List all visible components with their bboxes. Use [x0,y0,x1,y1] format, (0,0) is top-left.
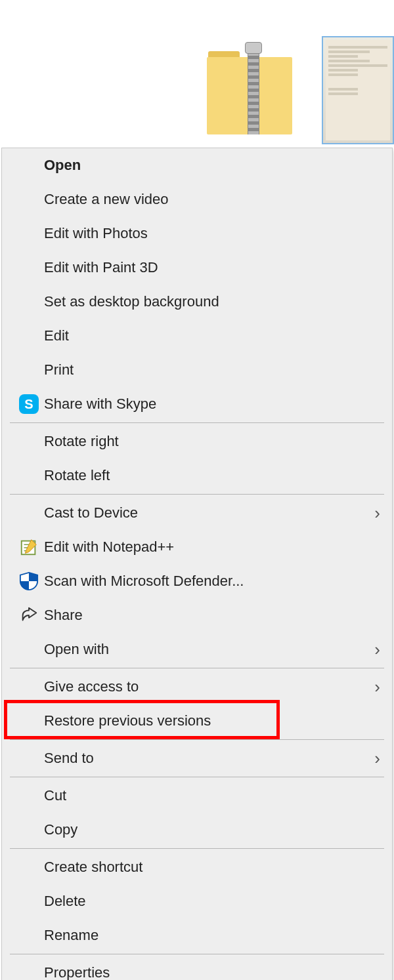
skype-icon: S [14,394,44,414]
menu-item-scan-with-microsoft-defender[interactable]: Scan with Microsoft Defender... [2,564,392,598]
menu-item-set-as-desktop-background[interactable]: Set as desktop background [2,285,392,319]
menu-item-copy[interactable]: Copy [2,813,392,847]
menu-separator [10,494,384,495]
menu-item-label: Edit [44,327,361,344]
menu-item-label: Open with [44,641,361,658]
menu-item-label: Create a new video [44,191,361,208]
submenu-arrow-icon: › [361,748,380,769]
menu-item-label: Create shortcut [44,859,361,876]
menu-separator [10,422,384,423]
selected-image-thumbnail[interactable] [322,36,394,144]
menu-item-open[interactable]: Open [2,148,392,182]
menu-item-label: Edit with Photos [44,225,361,242]
menu-item-label: Rotate right [44,433,361,450]
share-icon [14,605,44,625]
menu-item-edit[interactable]: Edit [2,319,392,353]
menu-item-label: Open [44,157,361,174]
menu-item-label: Edit with Paint 3D [44,259,361,276]
menu-item-label: Scan with Microsoft Defender... [44,573,361,590]
menu-item-edit-with-notepad[interactable]: Edit with Notepad++ [2,530,392,564]
menu-separator [10,954,384,954]
menu-item-label: Copy [44,821,361,838]
menu-item-open-with[interactable]: Open with› [2,632,392,666]
context-menu: OpenCreate a new videoEdit with PhotosEd… [1,148,393,980]
menu-item-create-a-new-video[interactable]: Create a new video [2,182,392,216]
menu-separator [10,668,384,668]
menu-item-label: Edit with Notepad++ [44,539,361,556]
submenu-arrow-icon: › [361,640,380,660]
zip-folder-icon[interactable] [207,46,292,134]
menu-item-label: Print [44,361,361,378]
menu-item-rotate-left[interactable]: Rotate left [2,459,392,493]
submenu-arrow-icon: › [361,677,380,697]
menu-item-cut[interactable]: Cut [2,779,392,813]
menu-item-create-shortcut[interactable]: Create shortcut [2,850,392,884]
menu-item-label: Delete [44,893,361,910]
menu-item-label: Rename [44,927,361,944]
menu-item-edit-with-photos[interactable]: Edit with Photos [2,216,392,251]
menu-item-label: Cast to Device [44,504,361,521]
menu-separator [10,739,384,740]
menu-item-delete[interactable]: Delete [2,884,392,918]
menu-item-properties[interactable]: Properties [2,956,392,980]
menu-item-label: Cut [44,787,361,804]
menu-item-label: Give access to [44,678,361,695]
menu-item-label: Restore previous versions [44,712,361,729]
menu-item-rename[interactable]: Rename [2,918,392,952]
desktop-area [0,0,394,148]
menu-separator [10,848,384,849]
menu-item-label: Properties [44,964,361,980]
menu-item-cast-to-device[interactable]: Cast to Device› [2,496,392,530]
menu-item-edit-with-paint-3d[interactable]: Edit with Paint 3D [2,251,392,285]
menu-item-label: Set as desktop background [44,293,361,310]
menu-item-share-with-skype[interactable]: SShare with Skype [2,387,392,421]
menu-separator [10,777,384,777]
notepad-icon [14,537,44,557]
submenu-arrow-icon: › [361,503,380,523]
shield-icon [14,571,44,591]
menu-item-print[interactable]: Print [2,353,392,387]
menu-item-label: Rotate left [44,467,361,484]
menu-item-rotate-right[interactable]: Rotate right [2,424,392,459]
menu-item-label: Send to [44,750,361,767]
menu-item-give-access-to[interactable]: Give access to› [2,670,392,704]
menu-item-restore-previous-versions[interactable]: Restore previous versions [2,704,392,738]
menu-item-label: Share with Skype [44,396,361,413]
menu-item-label: Share [44,607,361,624]
menu-item-share[interactable]: Share [2,598,392,632]
menu-item-send-to[interactable]: Send to› [2,741,392,775]
